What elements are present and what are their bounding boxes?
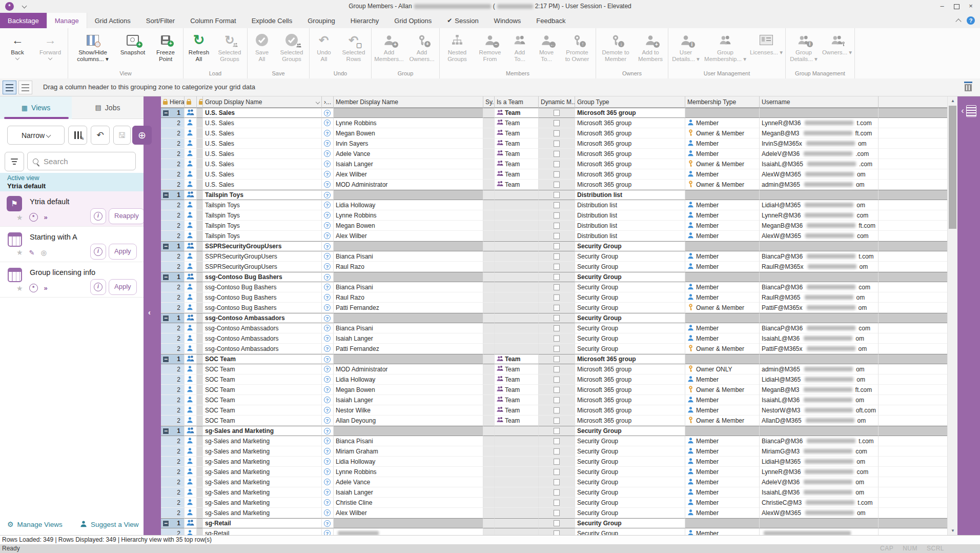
cell-mtype[interactable]: Owner & Member xyxy=(685,159,760,169)
cell-group[interactable]: sg-Sales and Marketing xyxy=(203,477,322,487)
cell-user[interactable]: LidiaH@M365om xyxy=(760,200,879,210)
cell-hier[interactable]: 2 xyxy=(161,333,185,344)
dynamic-membership-checkbox[interactable] xyxy=(554,335,560,342)
question-icon[interactable]: ? xyxy=(324,397,331,403)
cell-member[interactable]: Patti Fernandez xyxy=(334,344,483,354)
cell-icon[interactable] xyxy=(185,210,197,221)
cell-hier[interactable]: 2 xyxy=(161,528,185,535)
cell-dyn[interactable] xyxy=(539,221,575,231)
cell-spacer[interactable] xyxy=(197,528,203,535)
cell-gtype[interactable]: Security Group xyxy=(575,303,685,313)
cell-gtype[interactable]: Security Group xyxy=(575,498,685,508)
cell-hier[interactable]: 2 xyxy=(161,262,185,272)
cell-user[interactable]: LidiaH@M365om xyxy=(760,457,879,467)
cell-spacer[interactable] xyxy=(197,344,203,354)
cell-q[interactable]: ? xyxy=(322,210,334,221)
cell-user[interactable]: LidiaH@M365om xyxy=(760,374,879,385)
cell-gtype[interactable]: Distribution list xyxy=(575,190,685,200)
cell-group[interactable]: SOC Team xyxy=(203,405,322,416)
cell-team[interactable] xyxy=(495,426,539,436)
cell-q[interactable]: ? xyxy=(322,262,334,272)
cell-sy[interactable] xyxy=(483,446,495,457)
cell-member[interactable] xyxy=(334,528,483,535)
cell-user[interactable]: AdeleV@M36om xyxy=(760,477,879,487)
cell-sy[interactable] xyxy=(483,436,495,446)
cell-icon[interactable] xyxy=(185,528,197,535)
dynamic-membership-checkbox[interactable] xyxy=(554,418,560,424)
cell-member[interactable]: Lynne Robbins xyxy=(334,210,483,221)
cell-team[interactable] xyxy=(495,241,539,251)
cell-hier[interactable]: 2 xyxy=(161,292,185,303)
ribbon-tab-feedback[interactable]: Feedback xyxy=(528,13,573,28)
cell-hier[interactable]: 2 xyxy=(161,446,185,457)
question-icon[interactable]: ? xyxy=(324,325,331,331)
cell-hier[interactable]: 2 xyxy=(161,221,185,231)
cell-mtype[interactable] xyxy=(685,272,760,282)
question-icon[interactable]: ? xyxy=(324,499,331,506)
cell-team[interactable] xyxy=(495,210,539,221)
cell-user[interactable] xyxy=(760,518,879,528)
cell-team[interactable] xyxy=(495,344,539,354)
cell-spacer[interactable] xyxy=(197,364,203,374)
cell-sy[interactable] xyxy=(483,118,495,128)
view-width-dropdown[interactable]: Narrow xyxy=(7,126,65,145)
cell-member[interactable]: Bianca Pisani xyxy=(334,323,483,333)
cell-sy[interactable] xyxy=(483,487,495,498)
cell-gtype[interactable]: Security Group xyxy=(575,344,685,354)
cell-hier[interactable]: 2 xyxy=(161,231,185,241)
cell-mtype[interactable] xyxy=(685,426,760,436)
cell-mtype[interactable]: Owner & Member xyxy=(685,128,760,139)
cell-member[interactable] xyxy=(334,518,483,528)
cell-hier[interactable]: −1 xyxy=(161,354,185,364)
cell-filler[interactable] xyxy=(879,395,947,405)
cell-q[interactable]: ? xyxy=(322,395,334,405)
cell-icon[interactable] xyxy=(185,139,197,149)
cell-member[interactable]: Patti Fernandez xyxy=(334,303,483,313)
cell-group[interactable]: ssg-Contoso Bug Bashers xyxy=(203,272,322,282)
cell-gtype[interactable]: Microsoft 365 group xyxy=(575,364,685,374)
cell-user[interactable]: AllanD@M365om xyxy=(760,416,879,426)
right-side-panel-collapsed[interactable]: ‹ xyxy=(957,96,980,535)
ribbon-button-selected-groups[interactable]: Selected Groups xyxy=(275,28,308,63)
cell-dyn[interactable] xyxy=(539,354,575,364)
cell-q[interactable]: ? xyxy=(322,344,334,354)
cell-gtype[interactable]: Security Group xyxy=(575,282,685,292)
cell-spacer[interactable] xyxy=(197,457,203,467)
cell-gtype[interactable]: Distribution list xyxy=(575,231,685,241)
cell-filler[interactable] xyxy=(879,436,947,446)
collapse-group-button[interactable]: − xyxy=(162,192,169,199)
cell-sy[interactable] xyxy=(483,128,495,139)
ribbon-button-group-membership[interactable]: Group Membership... ▾ xyxy=(702,28,748,63)
question-icon[interactable]: ? xyxy=(324,428,331,434)
cell-filler[interactable] xyxy=(879,303,947,313)
ribbon-tab-sort-filter[interactable]: Sort/Filter xyxy=(138,13,182,28)
cell-filler[interactable] xyxy=(879,374,947,385)
ribbon-button-back[interactable]: ←Back xyxy=(1,28,34,60)
cell-dyn[interactable] xyxy=(539,498,575,508)
grid-member-row[interactable]: 2U.S. Sales?Irvin SayersTeamMicrosoft 36… xyxy=(161,139,947,149)
cell-group[interactable]: SOC Team xyxy=(203,385,322,395)
cell-dyn[interactable] xyxy=(539,467,575,477)
cell-icon[interactable] xyxy=(185,221,197,231)
manage-views-link[interactable]: ⚙Manage Views xyxy=(7,520,63,528)
cell-team[interactable]: Team xyxy=(495,180,539,190)
cell-sy[interactable] xyxy=(483,200,495,210)
cell-spacer[interactable] xyxy=(197,272,203,282)
cell-team[interactable] xyxy=(495,200,539,210)
cell-dyn[interactable] xyxy=(539,405,575,416)
question-icon[interactable]: ? xyxy=(324,520,331,527)
cell-hier[interactable]: 2 xyxy=(161,159,185,169)
cell-spacer[interactable] xyxy=(197,333,203,344)
cell-member[interactable]: MOD Administrator xyxy=(334,180,483,190)
cell-q[interactable]: ? xyxy=(322,477,334,487)
dynamic-membership-checkbox[interactable] xyxy=(554,469,560,475)
cell-team[interactable] xyxy=(495,303,539,313)
cell-q[interactable]: ? xyxy=(322,169,334,180)
tab-jobs[interactable]: ▤Jobs xyxy=(72,96,144,119)
ribbon-tab-grid-actions[interactable]: Grid Actions xyxy=(87,13,138,28)
cell-user[interactable]: RaulR@M365xom xyxy=(760,262,879,272)
cell-gtype[interactable]: Security Group xyxy=(575,292,685,303)
cell-user[interactable]: ChristieC@M3t.com xyxy=(760,498,879,508)
cell-spacer[interactable] xyxy=(197,374,203,385)
cell-q[interactable]: ? xyxy=(322,251,334,262)
